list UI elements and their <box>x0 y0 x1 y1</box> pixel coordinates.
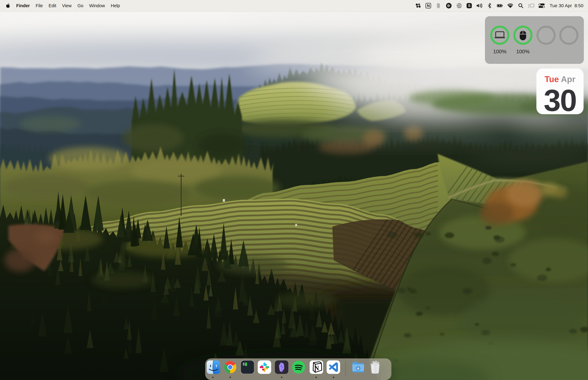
svg-text:$: $ <box>243 362 245 366</box>
svg-text:N: N <box>314 364 319 372</box>
